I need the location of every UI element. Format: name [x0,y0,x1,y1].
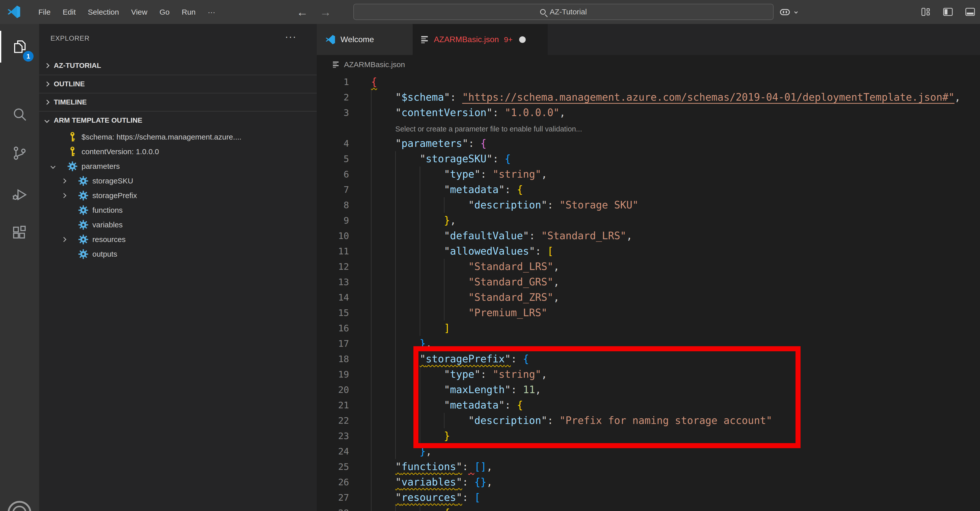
activitybar-source-control[interactable] [0,134,39,172]
code-text[interactable]: "Standard_LRS", [468,259,559,274]
code-text[interactable]: }, [420,336,432,351]
menu-file[interactable]: File [32,8,57,16]
menu-run[interactable]: Run [176,8,202,16]
section-timeline[interactable]: TIMELINE [39,93,317,111]
code-line: 24}, [317,444,980,459]
code-text[interactable]: "variables": {}, [395,474,492,490]
activitybar-search[interactable] [0,96,39,133]
indent-guide [395,228,396,244]
menu-go[interactable]: Go [153,8,176,16]
code-text[interactable]: ] [444,320,450,336]
chevron-right-icon [45,81,49,86]
indent-guide [444,305,444,320]
manage-gear-icon[interactable] [8,501,31,511]
tab-azarmbasic-json[interactable]: AZARMBasic.json 9+ [413,24,548,55]
outline-item-label: variables [92,221,123,229]
indent-guide [395,413,396,428]
indent-guide [371,367,372,382]
menu-edit[interactable]: Edit [57,8,82,16]
line-number: 5 [317,151,349,167]
code-text[interactable]: "maxLength": 11, [444,382,541,398]
breadcrumb[interactable]: AZARMBasic.json [317,55,980,74]
outline-item-variables[interactable]: variables [39,218,317,232]
indent-guide [420,320,420,336]
nav-back-arrow[interactable]: ← [297,5,308,19]
indent-guide [420,244,420,259]
line-number: 22 [317,413,349,428]
code-text[interactable]: "allowedValues": [ [444,244,554,259]
outline-item-storagesku[interactable]: storageSKU [39,174,317,188]
code-text[interactable]: "parameters": { [395,136,486,151]
code-text[interactable]: "functions": [], [395,459,492,474]
indent-guide [444,259,444,274]
code-text[interactable]: "storageSKU": { [420,151,511,167]
code-line: 26"variables": {}, [317,474,980,490]
outline-item-$schema[interactable]: $schema: https://schema.management.azure… [39,130,317,144]
code-text[interactable]: "Standard_ZRS", [468,290,559,305]
code-line: 25"functions": [], [317,459,980,474]
code-text[interactable]: "metadata": { [444,398,523,413]
tab-modified-dot[interactable] [519,37,526,43]
code-text[interactable]: "storagePrefix": { [420,351,529,367]
menu-bar: FileEditSelectionViewGoRun··· [32,0,221,24]
tab-welcome[interactable]: Welcome [317,24,413,55]
code-line: 3"contentVersion": "1.0.0.0", [317,105,980,120]
code-text[interactable]: "metadata": { [444,182,523,197]
code-text[interactable]: }, [444,213,456,228]
indent-guide [395,244,396,259]
customize-layout-icon[interactable] [920,6,932,18]
indent-guide [420,305,420,320]
activitybar-run-debug[interactable] [0,176,39,214]
code-text[interactable]: { [371,74,377,89]
outline-item-outputs[interactable]: outputs [39,247,317,261]
indent-guide [371,244,372,259]
outline-item-contentversion[interactable]: contentVersion: 1.0.0.0 [39,144,317,159]
command-center-search[interactable]: AZ-Tutorial [353,4,773,20]
outline-item-resources[interactable]: resources [39,232,317,247]
line-number: 3 [317,105,349,120]
outline-item-label: resources [92,235,126,244]
code-text[interactable]: "description": "Storage SKU" [468,197,638,213]
code-text[interactable]: "defaultValue": "Standard_LRS", [444,228,632,244]
code-line: 9}, [317,213,980,228]
indent-guide [371,413,372,428]
code-line: 27"resources": [ [317,490,980,505]
code-text[interactable]: { [444,505,450,511]
outline-item-parameters[interactable]: parameters [39,159,317,174]
sidebar-more-actions[interactable]: ··· [285,31,297,42]
outline-item-label: parameters [81,162,120,170]
codelens-row: Select or create a parameter file to ena… [317,120,980,136]
code-text[interactable]: "type": "string", [444,367,547,382]
code-text[interactable]: "Standard_GRS", [468,274,559,290]
copilot-menu[interactable] [779,6,797,18]
indent-guide [395,336,396,351]
section-arm-template-outline[interactable]: ARM TEMPLATE OUTLINE [39,111,317,129]
menu-view[interactable]: View [125,8,153,16]
section-outline[interactable]: OUTLINE [39,75,317,93]
gear-icon [76,234,90,245]
code-text[interactable]: "contentVersion": "1.0.0.0", [395,105,565,120]
code-text[interactable]: }, [420,444,432,459]
activitybar-extensions[interactable] [0,214,39,252]
line-number: 8 [317,197,349,213]
code-text[interactable]: } [444,428,450,444]
code-text[interactable]: "Premium_LRS" [468,305,547,320]
chevron-right-icon [45,63,49,68]
code-line: 19"type": "string", [317,367,980,382]
outline-item-functions[interactable]: functions [39,203,317,218]
indent-guide [444,290,444,305]
section-az-tutorial[interactable]: AZ-TUTORIAL [39,57,317,75]
activitybar-explorer[interactable]: 1 [0,28,39,65]
indent-guide [371,182,372,197]
toggle-primary-sidebar-icon[interactable] [942,6,954,18]
code-text[interactable]: "resources": [ [395,490,480,505]
code-text[interactable]: "description": "Prefix for naming storag… [468,413,772,428]
indent-guide [371,89,372,105]
code-text[interactable]: "$schema": "https://schema.management.az… [395,89,961,105]
toggle-panel-icon[interactable] [964,6,976,18]
menu-selection[interactable]: Selection [82,8,125,16]
nav-forward-arrow[interactable]: → [320,5,331,19]
code-text[interactable]: "type": "string", [444,167,547,182]
menu-[interactable]: ··· [202,8,221,16]
outline-item-storageprefix[interactable]: storagePrefix [39,188,317,203]
